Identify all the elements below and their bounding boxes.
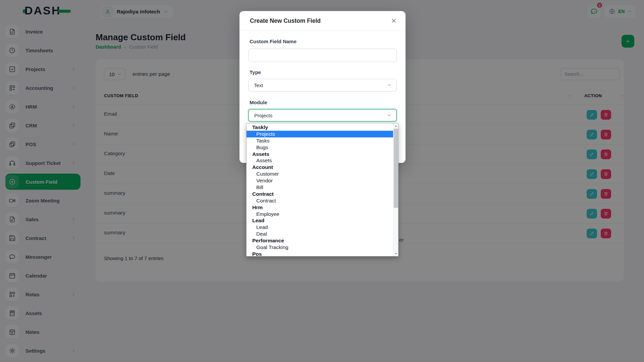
- modal-title: Create New Custom Field: [250, 17, 321, 24]
- module-option-lead[interactable]: Lead: [247, 224, 393, 231]
- module-option-group-lead: Lead: [247, 217, 393, 224]
- scroll-up-arrow-icon[interactable]: [393, 124, 398, 128]
- module-option-projects[interactable]: Projects: [247, 131, 393, 137]
- dropdown-scrollbar[interactable]: [393, 123, 398, 256]
- module-option-group-performance: Performance: [247, 237, 393, 244]
- module-option-goal-tracking[interactable]: Goal Tracking: [247, 244, 393, 251]
- custom-field-name-label: Custom Field Name: [250, 39, 297, 44]
- module-option-group-assets: Assets: [247, 151, 393, 158]
- chevron-down-icon: [387, 83, 392, 87]
- module-option-deal[interactable]: Deal: [247, 231, 393, 237]
- module-select[interactable]: Projects: [248, 109, 397, 122]
- module-select-value: Projects: [254, 113, 272, 118]
- module-option-customer[interactable]: Customer: [247, 171, 393, 177]
- module-option-assets[interactable]: Assets: [247, 157, 393, 164]
- type-label: Type: [250, 69, 261, 75]
- module-option-bugs[interactable]: Bugs: [247, 144, 393, 151]
- module-option-group-pos: Pos: [247, 251, 393, 256]
- scroll-down-arrow-icon[interactable]: [393, 251, 398, 256]
- app-canvas: DASH Rajodiya infotech 0 EN InvoiceTimes…: [0, 0, 644, 362]
- module-option-vendor[interactable]: Vendor: [247, 177, 393, 184]
- module-dropdown-list: TasklyProjectsTasksBugsAssetsAssetsAccou…: [246, 123, 398, 256]
- module-label: Module: [250, 100, 267, 105]
- module-option-employee[interactable]: Employee: [247, 211, 393, 218]
- chevron-down-icon: [387, 113, 391, 118]
- module-option-group-hrm: Hrm: [247, 204, 393, 211]
- modal-header: Create New Custom Field: [239, 11, 406, 31]
- module-option-tasks[interactable]: Tasks: [247, 137, 393, 144]
- custom-field-name-input[interactable]: [248, 49, 397, 62]
- module-option-contract[interactable]: Contract: [247, 197, 393, 204]
- module-dropdown-options: TasklyProjectsTasksBugsAssetsAssetsAccou…: [247, 124, 393, 256]
- module-option-group-account: Account: [247, 164, 393, 171]
- scrollbar-thumb[interactable]: [394, 129, 398, 208]
- type-select[interactable]: Text: [248, 79, 397, 92]
- module-option-group-taskly: Taskly: [247, 124, 393, 131]
- module-option-bill[interactable]: Bill: [247, 184, 393, 191]
- module-option-group-contract: Contract: [247, 191, 393, 197]
- close-icon[interactable]: [390, 17, 397, 24]
- type-select-value: Text: [254, 82, 263, 88]
